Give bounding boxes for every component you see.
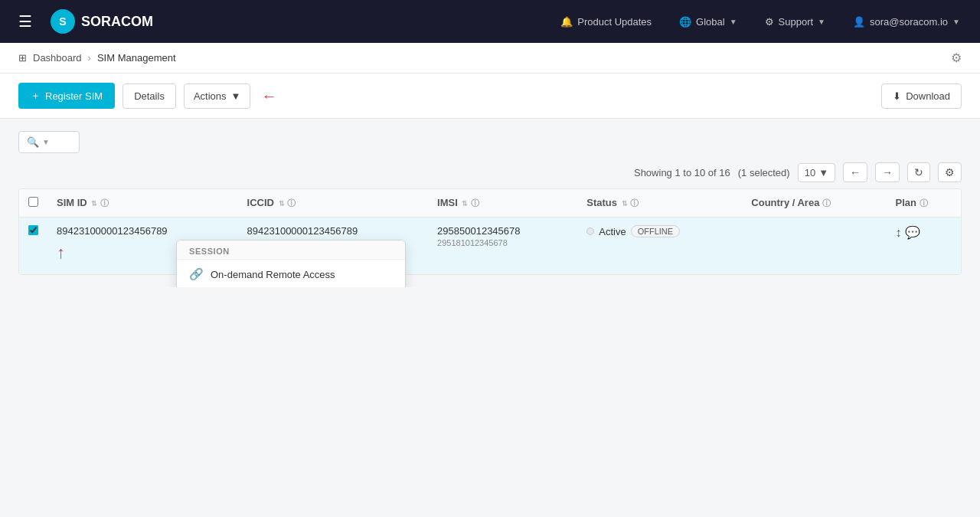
search-chevron-icon: ▼	[42, 138, 50, 146]
breadcrumb-sim-management: SIM Management	[97, 52, 176, 64]
sim-id-header[interactable]: SIM ID ⇅ ⓘ	[47, 189, 238, 218]
bell-icon: 🔔	[560, 16, 573, 28]
search-filter[interactable]: 🔍 ▼	[18, 131, 80, 153]
sim-id-value: 89423100000123456789	[57, 225, 168, 237]
search-icon: 🔍	[27, 136, 39, 148]
plan-header[interactable]: Plan ⓘ	[887, 189, 961, 218]
details-button[interactable]: Details	[122, 83, 176, 109]
actions-dropdown: SESSION 🔗 On-demand Remote Access 🖥 Conn…	[176, 240, 406, 287]
status-sort-icon: ⇅	[622, 200, 628, 208]
select-all-header[interactable]	[19, 189, 47, 218]
support-chevron-icon: ▼	[818, 18, 825, 26]
refresh-button[interactable]: ↻	[907, 162, 930, 182]
iccid-info-icon[interactable]: ⓘ	[287, 198, 296, 208]
prev-page-button[interactable]: ←	[843, 162, 867, 182]
sim-id-info-icon[interactable]: ⓘ	[100, 198, 109, 208]
row-checkbox-cell[interactable]	[19, 218, 47, 274]
plus-icon: ＋	[31, 89, 41, 103]
user-nav[interactable]: 👤 sora@soracom.io ▼	[845, 13, 968, 31]
sim-id-label: SIM ID	[57, 197, 87, 208]
imsi-cell: 295850012345678 295181012345678	[428, 218, 577, 274]
global-nav[interactable]: 🌐 Global ▼	[671, 13, 744, 31]
global-label: Global	[696, 16, 725, 28]
status-dot	[586, 227, 594, 235]
top-navigation: ☰ S SORACOM 🔔 Product Updates 🌐 Global ▼…	[0, 0, 980, 43]
status-cell: Active OFFLINE	[577, 218, 742, 274]
select-all-checkbox[interactable]	[28, 197, 38, 207]
register-sim-label: Register SIM	[45, 90, 103, 102]
country-label: Country / Area	[751, 197, 819, 208]
breadcrumb-separator: ›	[88, 52, 91, 64]
status-value: Active	[599, 226, 626, 237]
up-arrow-annotation: ↑	[57, 240, 65, 266]
arrow-indicator: ←	[261, 87, 276, 105]
session-section-header: SESSION	[177, 241, 405, 260]
toolbar: ＋ Register SIM Details Actions ▼ ← ⬇ Dow…	[0, 74, 980, 119]
logo[interactable]: S SORACOM	[51, 9, 153, 34]
table-row[interactable]: 89423100000123456789 ↑ 89423100000123456…	[19, 218, 961, 274]
breadcrumb-icon: ⊞	[18, 52, 27, 64]
imsi-header[interactable]: IMSI ⇅ ⓘ	[428, 189, 577, 218]
support-icon: ⚙	[765, 16, 774, 28]
user-icon: 👤	[853, 16, 865, 28]
filter-row: 🔍 ▼	[18, 131, 962, 153]
details-label: Details	[134, 90, 165, 102]
actions-chevron-icon: ▼	[231, 90, 241, 102]
logo-icon: S	[51, 9, 75, 34]
on-demand-remote-access-item[interactable]: 🔗 On-demand Remote Access	[177, 260, 405, 287]
rows-chevron-icon: ▼	[818, 167, 828, 178]
iccid-value: 89423100000123456789	[247, 225, 358, 237]
plan-cell: ↕ 💬	[887, 218, 961, 274]
download-button[interactable]: ⬇ Download	[881, 83, 962, 109]
imsi-primary: 295850012345678	[437, 225, 568, 237]
table-header-row: SIM ID ⇅ ⓘ ICCID ⇅ ⓘ IMSI ⇅ ⓘ	[19, 189, 961, 218]
sim-id-sort-icon: ⇅	[91, 200, 97, 208]
on-demand-remote-access-label: On-demand Remote Access	[211, 269, 335, 280]
plan-info-icon[interactable]: ⓘ	[920, 198, 928, 208]
imsi-secondary: 295181012345678	[437, 238, 568, 247]
country-cell	[742, 218, 886, 274]
support-label: Support	[779, 16, 814, 28]
hamburger-menu[interactable]: ☰	[12, 9, 38, 34]
table-settings-button[interactable]: ⚙	[938, 162, 962, 182]
global-chevron-icon: ▼	[730, 18, 737, 26]
breadcrumb-dashboard[interactable]: Dashboard	[33, 52, 82, 64]
rows-value: 10	[805, 167, 815, 178]
showing-text: Showing 1 to 10 of 16	[634, 167, 730, 178]
product-updates-nav[interactable]: 🔔 Product Updates	[553, 13, 659, 31]
user-chevron-icon: ▼	[952, 18, 960, 26]
next-page-button[interactable]: →	[875, 162, 900, 182]
rows-per-page-select[interactable]: 10 ▼	[798, 163, 835, 182]
status-info-icon[interactable]: ⓘ	[630, 198, 639, 208]
breadcrumb: ⊞ Dashboard › SIM Management ⚙	[0, 43, 980, 74]
remote-access-icon: 🔗	[189, 267, 203, 281]
session-badge: OFFLINE	[631, 225, 680, 237]
product-updates-label: Product Updates	[577, 16, 652, 28]
actions-button[interactable]: Actions ▼	[184, 83, 251, 109]
user-label: sora@soracom.io	[870, 16, 948, 28]
plan-label: Plan	[896, 197, 916, 208]
support-nav[interactable]: ⚙ Support ▼	[757, 13, 833, 31]
settings-icon[interactable]: ⚙	[951, 51, 962, 65]
imsi-sort-icon: ⇅	[462, 200, 468, 208]
selected-text: (1 selected)	[738, 167, 790, 178]
country-info-icon[interactable]: ⓘ	[822, 198, 831, 208]
sim-table: SIM ID ⇅ ⓘ ICCID ⇅ ⓘ IMSI ⇅ ⓘ	[18, 188, 962, 275]
imsi-info-icon[interactable]: ⓘ	[471, 198, 479, 208]
iccid-label: ICCID	[247, 197, 274, 208]
imsi-label: IMSI	[437, 197, 458, 208]
status-header[interactable]: Status ⇅ ⓘ	[577, 189, 742, 218]
actions-label: Actions	[194, 90, 227, 102]
logo-text: SORACOM	[81, 14, 153, 30]
download-label: Download	[906, 90, 950, 102]
table-info-row: Showing 1 to 10 of 16 (1 selected) 10 ▼ …	[18, 162, 962, 182]
row-checkbox[interactable]	[28, 225, 38, 235]
globe-icon: 🌐	[679, 16, 691, 28]
iccid-sort-icon: ⇅	[279, 200, 285, 208]
iccid-header[interactable]: ICCID ⇅ ⓘ	[238, 189, 429, 218]
country-header[interactable]: Country / Area ⓘ	[742, 189, 886, 218]
plan-icons: ↕ 💬	[896, 226, 920, 239]
register-sim-button[interactable]: ＋ Register SIM	[18, 83, 115, 109]
download-icon: ⬇	[893, 90, 901, 102]
status-label: Status	[586, 197, 617, 208]
